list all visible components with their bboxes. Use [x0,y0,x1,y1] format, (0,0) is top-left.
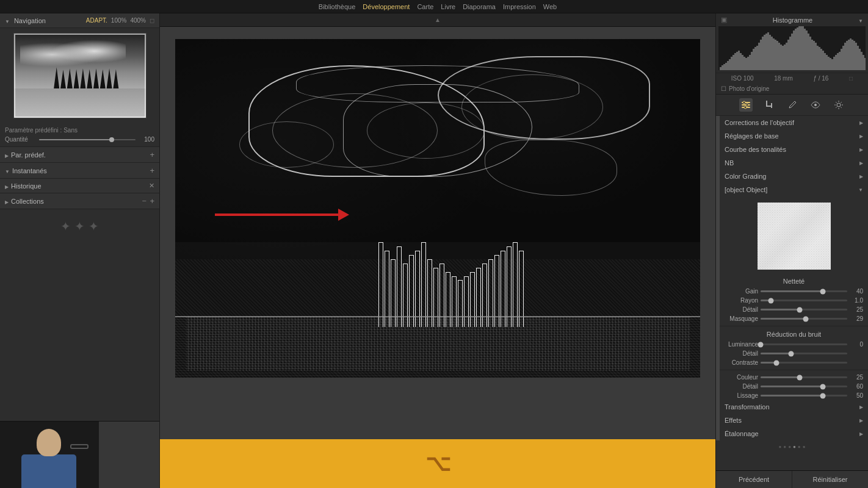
dots-row: ● ● ● ● ● ● [716,440,868,453]
tab-bibliotheque[interactable]: Bibliothèque [319,3,356,10]
detail-preview-image[interactable] [758,203,831,270]
couleur-slider-track[interactable] [761,376,847,378]
reduction-bruit-subtitle: Réduction du bruit [720,329,868,340]
tab-diaporama[interactable]: Diaporama [463,3,496,10]
collections-decorative: ✦ ✦ ✦ [0,212,159,241]
effets-header[interactable]: Effets [720,414,868,427]
reglages-section: Réglages de base [720,129,868,143]
rayon-slider-track[interactable] [761,300,847,301]
photo-origin-row: ☐ Photo d'origine [716,84,868,94]
hist-aperture: ƒ / 16 [813,75,828,82]
historique-section-header[interactable]: Historique ✕ [0,179,159,193]
hist-iso: ISO 100 [731,75,754,82]
color-grading-header[interactable]: Color Grading [720,170,868,183]
detail-lum-slider-track[interactable] [761,353,847,354]
collections-label: Collections [11,198,44,205]
corrections-section: Corrections de l'objectif [720,116,868,129]
dot-1: ● [778,444,781,450]
webcam-area [0,421,160,488]
webcam-person [6,424,92,488]
svg-point-6 [814,104,817,106]
webcam-bg [99,422,160,488]
tab-web[interactable]: Web [543,3,557,10]
contraste-slider-track[interactable] [761,362,847,364]
main-image[interactable] [175,39,700,378]
tab-livre[interactable]: Livre [441,3,455,10]
histogram-expand-icon[interactable] [858,16,863,24]
etalonnage-header[interactable]: Étalonnage [720,427,868,440]
tab-developpement[interactable]: Développement [363,3,410,10]
quantite-slider-fill [39,139,112,140]
dot-5: ● [798,444,801,450]
tab-impression[interactable]: Impression [503,3,536,10]
historique-close-icon[interactable]: ✕ [149,182,154,190]
collections-section-header[interactable]: Collections – + [0,193,159,209]
detail-nettete-slider-track[interactable] [761,309,847,310]
masquage-slider-track[interactable] [761,318,847,320]
right-panel-scroll[interactable]: Corrections de l'objectif Réglages de ba… [716,116,868,470]
nav-expand-icon[interactable]: ◻ [150,17,154,24]
adapt-label[interactable]: ADAPT. [86,17,107,24]
collections-add-icon[interactable]: + [150,196,154,206]
person-head [37,429,61,456]
nav-thumbnail-image[interactable] [13,33,146,118]
zoom1-label[interactable]: 100% [111,17,127,24]
filmstrip-toggle-arrow[interactable]: ▲ [435,16,441,23]
histogram-header: ▣ Histogramme [716,13,868,26]
right-panel: ▣ Histogramme ISO 100 18 mm ƒ / 16 □ ☐ P… [715,13,868,488]
corrections-arrow [859,120,863,126]
masquage-slider-thumb [803,316,808,321]
instantanes-section-header[interactable]: Instantanés + [0,163,159,179]
instantanes-add-icon[interactable]: + [150,166,154,175]
par-predef-add-icon[interactable]: + [150,150,154,159]
couleur-slider-fill [761,376,800,378]
nettete-divider [720,326,868,326]
transformation-row: Transformation [716,400,868,414]
reglages-header[interactable]: Réglages de base [720,129,868,143]
detail-coul-slider-track[interactable] [761,386,847,387]
detail-lum-label: Détail [725,350,758,357]
histogram-info: ISO 100 18 mm ƒ / 16 □ [716,73,868,84]
photo-origin-checkbox[interactable]: ☐ [721,85,726,92]
tool-settings-icon[interactable] [832,98,845,112]
lissage-slider-track[interactable] [761,395,847,396]
quantite-value: 100 [139,136,154,143]
reset-button[interactable]: Réinitialiser [792,471,868,488]
gain-value: 40 [850,288,863,295]
detail-header[interactable]: [object Object] [720,183,868,196]
corrections-header[interactable]: Corrections de l'objectif [720,116,868,129]
gain-slider-track[interactable] [761,290,847,292]
collections-remove-icon[interactable]: – [142,196,146,206]
etalonnage-title: Étalonnage [725,430,759,437]
thumb-ground [14,88,146,118]
nav-collapse-icon[interactable] [5,17,10,24]
tool-develop-icon[interactable] [739,98,753,112]
courbe-header[interactable]: Courbe des tonalités [720,143,868,156]
detail-coul-value: 60 [850,383,863,390]
tool-crop-icon[interactable] [762,98,776,112]
masquage-slider-row: Masquage 29 [720,314,868,323]
luminance-slider-track[interactable] [761,343,847,345]
thumb-clouds [20,38,126,71]
gain-slider-fill [761,290,823,292]
nb-header[interactable]: NB [720,156,868,170]
histogram-bars [718,26,866,70]
left-panel: Navigation ADAPT. 100% 400% ◻ Paramètre … [0,13,160,488]
collections-body: ✦ ✦ ✦ [0,209,159,421]
corrections-title: Corrections de l'objectif [725,119,794,126]
color-grading-arrow [859,173,863,179]
tab-carte[interactable]: Carte [417,3,433,10]
par-predef-section-header[interactable]: Par. prédef. + [0,147,159,163]
dot-2: ● [783,444,786,450]
tool-eye-icon[interactable] [809,98,822,112]
tool-pen-icon[interactable] [786,98,799,112]
zoom2-label[interactable]: 400% [130,17,146,24]
luminance-label: Luminance [725,341,758,348]
courbe-section: Courbe des tonalités [720,143,868,156]
previous-button[interactable]: Précédent [716,471,792,488]
arrow-shaft [215,214,338,216]
quantite-slider[interactable] [39,139,136,140]
detail-arrow [858,187,863,193]
transformation-header[interactable]: Transformation [720,400,868,414]
couleur-value: 25 [850,374,863,381]
